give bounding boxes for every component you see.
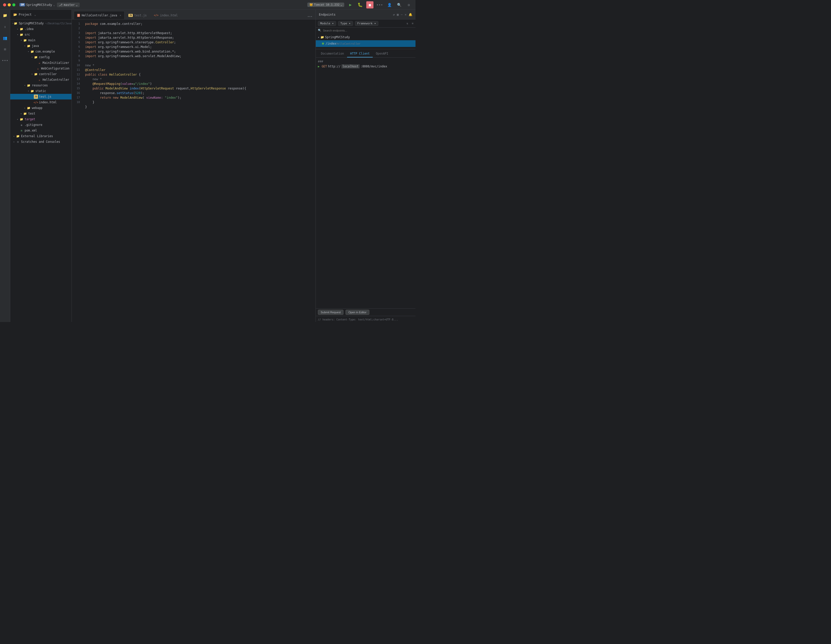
hide-icon[interactable]: — xyxy=(401,13,403,16)
tree-item-webconfiguration[interactable]: ☕ WebConfiguration xyxy=(10,65,72,71)
folder-icon: 📁 xyxy=(27,44,31,48)
git-icon-btn[interactable]: ↕ xyxy=(2,23,9,30)
endpoints-filter-bar: Module ▾ Type ▾ Framework ▾ ⇅ ≡ xyxy=(316,19,416,28)
tree-arrow: ▾ xyxy=(30,73,34,75)
search-input[interactable] xyxy=(323,29,414,32)
submit-request-button[interactable]: Submit Request xyxy=(318,310,344,315)
notifications-icon[interactable]: 🔔 xyxy=(409,13,412,16)
more-button[interactable]: ••• xyxy=(376,1,383,8)
editor-area: J HelloController.java ✕ JS test.js </> … xyxy=(72,10,416,322)
type-filter[interactable]: Type ▾ xyxy=(338,21,353,26)
search-icon[interactable]: 🔍 xyxy=(395,1,403,8)
tree-label: Scratches and Consoles xyxy=(21,140,60,143)
profile-icon-btn[interactable]: 👥 xyxy=(2,34,9,41)
center-layout: 📁 ↕ 👥 ⊞ ••• 📡 T ▶ 🔀 ✓ 🔔 📂 Project ⌄ xyxy=(0,10,416,322)
layout-icon[interactable]: ▦ xyxy=(397,13,399,16)
tree-item-idea[interactable]: ▸ 📁 .idea xyxy=(10,26,72,32)
html-tab-icon: </> xyxy=(154,14,158,17)
tree-path: ~/Desktop/CS/JavaE... xyxy=(45,22,72,25)
code-content[interactable]: package com.example.controller; import j… xyxy=(82,19,315,322)
code-line-7: import org.springframework.web.bind.anno… xyxy=(85,49,315,54)
gitignore-icon: ◉ xyxy=(19,123,24,127)
build-icon-btn[interactable]: ⊞ xyxy=(2,46,9,53)
tree-item-src[interactable]: ▾ 📁 src xyxy=(10,32,72,37)
tree-item-indexhtml[interactable]: </> index.html xyxy=(10,99,72,105)
app-window: SM SpringMVCStudy ⌄ ⎇ master ⌄ 🐱 Tomcat … xyxy=(0,0,416,322)
tree-item-testjs[interactable]: JS test.js xyxy=(10,94,72,99)
branch-icon: ⎇ xyxy=(59,3,62,7)
java-icon: ☕ xyxy=(37,61,41,65)
settings-icon[interactable]: ⚙ xyxy=(405,1,412,8)
endpoints-header-icons: ⇄ ▦ — ✕ 🔔 xyxy=(393,13,412,16)
java-icon: ☕ xyxy=(36,66,40,70)
close-button[interactable] xyxy=(3,3,6,6)
sort-icon[interactable]: ⇅ xyxy=(406,22,408,25)
tab-hellocontroller[interactable]: J HelloController.java ✕ xyxy=(74,11,124,19)
tree-item-pomxml[interactable]: m pom.xml xyxy=(10,128,72,133)
maximize-button[interactable] xyxy=(12,3,15,6)
tree-arrow: ▸ xyxy=(12,140,16,143)
minimize-button[interactable] xyxy=(8,3,11,6)
folder-icon: 📁 xyxy=(23,112,27,116)
tree-item-springmvcstudy[interactable]: ▾ 📁 SpringMVCStudy ~/Desktop/CS/JavaE... xyxy=(10,21,72,26)
code-line-4: import jakarta.servlet.http.HttpServletR… xyxy=(85,35,315,40)
user-icon[interactable]: 👤 xyxy=(386,1,393,8)
ep-endpoint-controller: HelloController xyxy=(336,42,361,45)
sidebar-chevron-icon: ⌄ xyxy=(34,13,36,16)
endpoints-endpoint-row[interactable]: /index HelloController xyxy=(316,40,416,47)
module-filter[interactable]: Module ▾ xyxy=(318,21,336,26)
tree-label: index.html xyxy=(39,100,57,104)
tree-item-static[interactable]: ▾ 📁 static xyxy=(10,88,72,94)
tomcat-label: Tomcat 10.1.232 xyxy=(314,3,339,6)
tree-item-config[interactable]: ▾ 📁 config xyxy=(10,54,72,60)
response-area: // headers: Content-Type: text/html;char… xyxy=(316,316,416,322)
view-icon[interactable]: ≡ xyxy=(412,22,414,25)
tab-more-icon[interactable]: ••• xyxy=(306,14,314,19)
more-tools-btn[interactable]: ••• xyxy=(2,57,9,64)
sidebar: 📂 Project ⌄ ▾ 📁 SpringMVCStudy ~/Desktop… xyxy=(10,10,72,322)
tab-testjs[interactable]: JS test.js xyxy=(125,11,150,19)
tab-openapi[interactable]: OpenAPI xyxy=(373,50,391,57)
open-in-editor-button[interactable]: Open in Editor xyxy=(345,310,369,315)
tree-item-test[interactable]: ▸ 📁 test xyxy=(10,111,72,116)
stop-button[interactable]: ■ xyxy=(366,1,374,8)
framework-filter[interactable]: Framework ▾ xyxy=(355,21,378,26)
http-localhost: localhost xyxy=(341,64,359,69)
scratches-icon: ⊞ xyxy=(16,140,20,144)
tree-item-target[interactable]: ▸ 📁 target xyxy=(10,116,72,122)
tree-item-controller[interactable]: ▾ 📁 controller xyxy=(10,71,72,77)
tree-item-java[interactable]: ▾ 📁 java xyxy=(10,43,72,49)
http-play-icon[interactable]: ▶ xyxy=(318,65,320,68)
tree-item-maininitializer[interactable]: ☕ MainInitializer xyxy=(10,60,72,65)
tree-item-main[interactable]: ▾ 📁 main xyxy=(10,37,72,43)
tree-item-hellocontroller[interactable]: ☕ HelloController xyxy=(10,77,72,83)
code-line-8: import org.springframework.web.servlet.M… xyxy=(85,54,315,59)
tab-close-icon[interactable]: ✕ xyxy=(120,14,121,17)
close-icon[interactable]: ✕ xyxy=(405,13,406,16)
tab-documentation[interactable]: Documentation xyxy=(318,50,347,57)
http-method-label: GET xyxy=(322,65,327,68)
titlebar-right: 🐱 Tomcat 10.1.232 ⌄ ▶ 🐛 ■ ••• 👤 🔍 ⚙ xyxy=(307,1,412,8)
folder-icon: 📁 xyxy=(34,72,38,76)
tree-label: test xyxy=(28,112,35,115)
folder-icon-btn[interactable]: 📁 xyxy=(2,12,9,19)
tree-item-scratches[interactable]: ▸ ⊞ Scratches and Consoles xyxy=(10,139,72,145)
tab-httpclient[interactable]: HTTP Client xyxy=(347,50,373,57)
endpoints-project-row[interactable]: ▾ 📁 SpringMVCStudy xyxy=(316,34,416,40)
refresh-icon[interactable]: ⇄ xyxy=(393,13,395,16)
run-button[interactable]: ▶ xyxy=(347,1,354,8)
tree-item-resources[interactable]: ▾ 📁 resources xyxy=(10,83,72,88)
tree-item-gitignore[interactable]: ◉ .gitignore xyxy=(10,122,72,128)
tree-arrow: ▾ xyxy=(27,50,30,53)
tree-item-webapp[interactable]: ▸ 📁 webapp xyxy=(10,105,72,111)
tree-item-comexample[interactable]: ▾ 📁 com.example xyxy=(10,49,72,54)
debug-button[interactable]: 🐛 xyxy=(357,1,364,8)
tree-item-externallibs[interactable]: ▸ 📁 External Libraries xyxy=(10,133,72,139)
branch-selector[interactable]: ⎇ master ⌄ xyxy=(57,3,80,7)
ep-arrow: ▾ xyxy=(318,36,319,39)
tree-label: target xyxy=(25,117,35,121)
branch-chevron-icon: ⌄ xyxy=(76,3,78,7)
tab-indexhtml[interactable]: </> index.html xyxy=(150,11,181,19)
tree-label: test.js xyxy=(39,95,51,99)
tree-label: resources xyxy=(32,84,48,87)
